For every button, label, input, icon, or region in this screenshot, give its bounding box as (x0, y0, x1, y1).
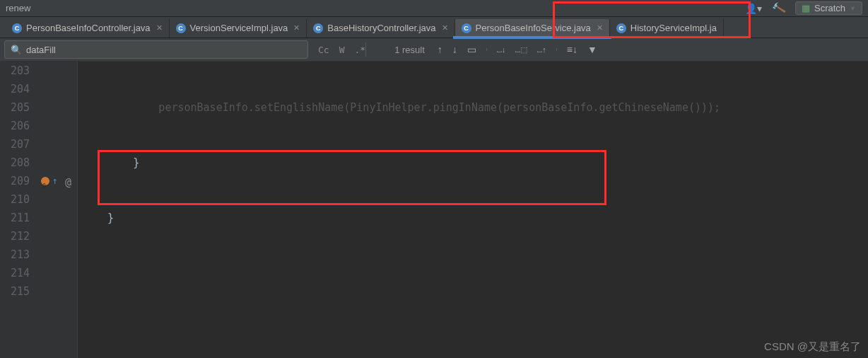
scratch-icon: ▦ (802, 3, 810, 13)
code-area[interactable]: personBaseInfo.setEnglishName(PinyInHelp… (78, 62, 868, 358)
line-no: 212 (0, 227, 30, 246)
breadcrumb-bar: renew 👤▾ 🔨 ▦ Scratch ▼ (0, 0, 868, 17)
class-icon: C (616, 23, 626, 33)
search-input-wrap[interactable]: 🔍 (4, 40, 308, 59)
search-input[interactable] (26, 45, 302, 55)
whole-word-toggle[interactable]: W (339, 45, 345, 55)
code-editor[interactable]: 203 204 205 206 207 208 209 210 211 212 … (0, 62, 868, 358)
next-match-icon[interactable]: ↓ (452, 44, 457, 55)
active-tab-underline (453, 36, 611, 39)
class-icon: C (462, 23, 471, 33)
line-no: 211 (0, 209, 30, 227)
toolbar-right: 👤▾ 🔨 ▦ Scratch ▼ (745, 1, 862, 15)
code-line: 5 usages ⎋ guojw +1 (82, 319, 868, 337)
line-no: 210 (0, 190, 30, 209)
toggle-2-icon[interactable]: ⎵⬚ (515, 45, 527, 54)
override-marker[interactable]: O ↑ (41, 172, 58, 190)
tab-4[interactable]: C HistoryServiceImpl.ja (610, 19, 724, 37)
code-line: personBaseInfo.setEnglishName(PinyInHelp… (82, 101, 720, 114)
tab-label: BaseHistoryController.java (327, 23, 435, 33)
prev-match-icon[interactable]: ↑ (438, 44, 442, 55)
tab-label: HistoryServiceImpl.ja (631, 23, 717, 33)
find-options: Cc W .* (318, 45, 365, 55)
separator (486, 48, 487, 51)
tab-0[interactable]: C PersonBaseInfoController.java ✕ (6, 19, 170, 37)
tab-3[interactable]: C PersonBaseInfoService.java ✕ (455, 19, 610, 37)
regex-toggle[interactable]: .* (354, 45, 365, 55)
line-no: 208 (0, 154, 30, 172)
filter-list-icon[interactable]: ≡↓ (567, 44, 577, 55)
tab-1[interactable]: C VersionServiceImpl.java ✕ (170, 19, 307, 37)
class-icon: C (313, 23, 323, 33)
tab-label: PersonBaseInfoController.java (26, 23, 151, 33)
tab-label: PersonBaseInfoService.java (476, 23, 591, 33)
close-icon[interactable]: ✕ (442, 23, 448, 33)
gutter-markers: O ↑ @ (38, 62, 78, 358)
line-no: 204 (0, 80, 30, 98)
line-no: 203 (0, 62, 30, 80)
run-config-dropdown[interactable]: ▦ Scratch ▼ (795, 1, 862, 15)
usages-hint[interactable]: 5 usages ⎋ guojw +1 (119, 337, 234, 358)
breadcrumb: renew (6, 3, 745, 13)
close-icon[interactable]: ✕ (293, 23, 300, 33)
line-no: 207 (0, 135, 30, 154)
editor-tabs: C PersonBaseInfoController.java ✕ C Vers… (0, 17, 868, 38)
tab-label: VersionServiceImpl.java (190, 23, 288, 33)
result-count: 1 result (394, 45, 425, 55)
line-no: 214 (0, 264, 30, 282)
line-no: 213 (0, 246, 30, 264)
class-icon: C (176, 23, 186, 33)
line-no: 206 (0, 117, 30, 135)
code-line (82, 264, 868, 282)
at-marker: @ (65, 173, 71, 192)
filter-funnel-icon[interactable]: ▼ (587, 44, 597, 55)
line-no: 215 (0, 282, 30, 301)
toggle-1-icon[interactable]: ⎵↓ (497, 45, 506, 54)
separator (556, 48, 557, 51)
close-icon[interactable]: ✕ (156, 23, 163, 33)
line-no: 205 (0, 98, 30, 117)
search-icon: 🔍 (11, 45, 22, 55)
code-line: } (82, 212, 114, 224)
code-line: } (82, 156, 139, 169)
close-icon[interactable]: ✕ (597, 23, 603, 33)
toggle-3-icon[interactable]: ⎵↑ (537, 45, 546, 54)
find-nav: ↑ ↓ ▭ ⎵↓ ⎵⬚ ⎵↑ ≡↓ ▼ (438, 44, 597, 55)
find-bar: 🔍 Cc W .* 1 result ↑ ↓ ▭ ⎵↓ ⎵⬚ ⎵↑ ≡↓ ▼ (0, 38, 868, 62)
match-case-toggle[interactable]: Cc (318, 45, 329, 55)
gutter: 203 204 205 206 207 208 209 210 211 212 … (0, 62, 38, 358)
build-icon[interactable]: 🔨 (770, 0, 787, 16)
chevron-down-icon: ▼ (850, 5, 856, 12)
class-icon: C (12, 23, 22, 33)
separator (365, 42, 366, 57)
line-no: 209 (0, 172, 30, 190)
tab-2[interactable]: C BaseHistoryController.java ✕ (307, 19, 454, 37)
scratch-label: Scratch (814, 3, 845, 13)
user-icon[interactable]: 👤▾ (745, 3, 762, 14)
select-all-icon[interactable]: ▭ (467, 44, 476, 55)
